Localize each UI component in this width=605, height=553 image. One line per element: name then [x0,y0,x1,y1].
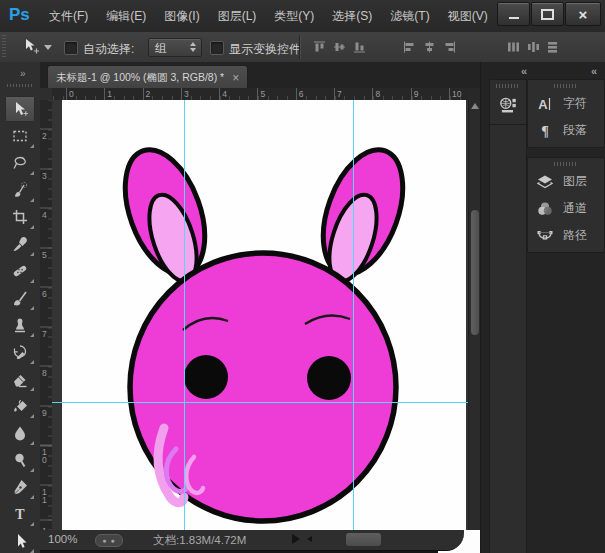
menu-item-4[interactable]: 类型(Y) [265,0,323,32]
tool-flyout-icon[interactable] [30,414,34,418]
panel-tab-图层[interactable]: 图层 [528,168,604,195]
quick-selection-tool[interactable] [5,177,35,203]
auto-select-checkbox[interactable] [64,41,78,55]
vertical-guide[interactable] [184,100,185,530]
h-ruler-label: 1 [107,89,112,99]
blur-tool[interactable] [5,420,35,446]
zoom-level-field[interactable]: 100% [48,533,77,545]
clone-stamp-tool[interactable] [5,312,35,338]
panel-group-gripper[interactable] [554,162,578,166]
tool-flyout-icon[interactable] [30,441,34,445]
tool-flyout-icon[interactable] [30,171,34,175]
distribute-left-edges-button[interactable] [506,40,521,54]
lasso-tool[interactable] [5,150,35,176]
align-horizontal-centers-button[interactable] [422,40,437,54]
type-tool[interactable]: T [5,501,35,527]
collapse-icon-dock[interactable]: « [521,65,527,77]
tool-flyout-icon[interactable] [30,252,34,256]
scroll-left-icon[interactable] [307,536,312,542]
v-ruler-label: 8 [42,369,50,377]
tools-panel-gripper[interactable] [7,84,34,87]
tool-flyout-icon[interactable] [30,522,34,526]
move-tool-icon [11,100,29,118]
show-transform-checkbox[interactable] [210,41,224,55]
menu-item-3[interactable]: 图层(L) [209,0,266,32]
vertical-guide[interactable] [353,100,354,530]
tool-preset-caret-icon[interactable] [44,45,52,50]
distribute-right-edges-button[interactable] [546,40,561,54]
minimize-icon [509,17,519,19]
tool-flyout-icon[interactable] [30,468,34,472]
panel-tab-通道[interactable]: 通道 [528,195,604,222]
align-top-edges-button[interactable] [312,40,327,54]
align-right-edges-button[interactable] [442,40,457,54]
tool-flyout-icon[interactable] [30,495,34,499]
eyedropper-tool[interactable] [5,231,35,257]
menu-item-7[interactable]: 视图(V) [439,0,497,32]
minimize-button[interactable] [497,2,530,26]
distribute-horizontal-centers-button[interactable] [526,40,541,54]
document-tab[interactable]: 未标题-1 @ 100% (椭圆 3, RGB/8) * × [47,65,248,89]
move-tool[interactable] [5,96,35,122]
tool-flyout-icon[interactable] [30,144,34,148]
panel-tab-路径[interactable]: 路径 [528,222,604,249]
vertical-scrollbar-thumb[interactable] [471,210,479,335]
paint-bucket-tool[interactable] [5,393,35,419]
distribute-left-edges-icon [506,40,521,54]
tool-flyout-icon[interactable] [30,387,34,391]
path-selection-tool[interactable] [5,528,35,553]
align-buttons-group-1 [312,40,367,54]
crop-tool[interactable] [5,204,35,230]
tool-flyout-icon[interactable] [30,279,34,283]
scroll-up-icon[interactable] [471,103,479,109]
v-ruler-label: 9 [42,409,50,417]
tool-flyout-icon[interactable] [30,333,34,337]
menu-item-6[interactable]: 滤镜(T) [381,0,438,32]
panel-tab-label: 段落 [563,122,587,139]
dodge-tool[interactable] [5,447,35,473]
panel-tab-字符[interactable]: A字符 [528,90,604,117]
align-left-edges-button[interactable] [402,40,417,54]
auto-select-target-dropdown[interactable]: 组 [148,38,202,57]
options-separator [299,35,301,59]
window-controls: × [496,2,601,26]
tool-flyout-icon[interactable] [30,360,34,364]
spot-healing-brush-tool[interactable] [5,258,35,284]
horizontal-guide[interactable] [52,402,468,403]
photoshop-window: Ps 文件(F)编辑(E)图像(I)图层(L)类型(Y)选择(S)滤镜(T)视图… [0,0,605,553]
move-tool-icon[interactable] [22,38,40,58]
tool-flyout-icon[interactable] [30,225,34,229]
status-flyout-icon[interactable] [292,534,300,544]
align-vertical-centers-button[interactable] [332,40,347,54]
tab-close-icon[interactable]: × [232,73,239,83]
options-bar-gripper[interactable] [2,35,6,59]
menu-item-2[interactable]: 图像(I) [155,0,208,32]
h-ruler-label: 8 [375,89,380,99]
layers-panel-icon [536,173,554,191]
close-button[interactable]: × [565,2,601,26]
tool-flyout-icon[interactable] [30,306,34,310]
align-bottom-edges-button[interactable] [352,40,367,54]
maximize-button[interactable] [531,2,564,26]
3d-panel-button[interactable] [495,92,521,118]
horizontal-scrollbar-thumb[interactable] [346,533,381,546]
brush-tool[interactable] [5,285,35,311]
menu-item-1[interactable]: 编辑(E) [97,0,155,32]
status-options-button[interactable]: ● ● [95,534,123,547]
canvas-viewport[interactable] [52,100,468,530]
tool-flyout-icon[interactable] [30,198,34,202]
icon-panel-gripper[interactable] [496,84,520,88]
menu-item-5[interactable]: 选择(S) [323,0,381,32]
menu-item-0[interactable]: 文件(F) [40,0,97,32]
pen-tool[interactable] [5,474,35,500]
panel-group-gripper[interactable] [554,84,578,88]
tool-flyout-icon[interactable] [30,549,34,553]
dodge-tool-icon [11,451,29,469]
eraser-tool[interactable] [5,366,35,392]
auto-select-label: 自动选择: [83,41,134,58]
history-brush-tool[interactable] [5,339,35,365]
panel-tab-段落[interactable]: ¶段落 [528,117,604,144]
collapse-tools-icon[interactable]: » [20,68,25,79]
collapse-panel-dock[interactable]: « [591,65,597,77]
rectangular-marquee-tool[interactable] [5,123,35,149]
